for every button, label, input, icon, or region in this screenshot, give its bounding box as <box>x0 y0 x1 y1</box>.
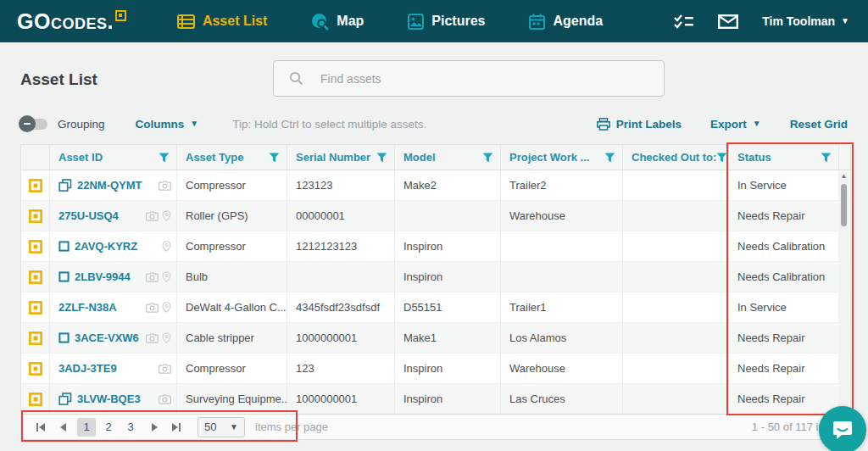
filter-icon[interactable] <box>482 153 493 163</box>
qr-code-icon[interactable] <box>29 240 42 253</box>
qr-code-icon[interactable] <box>29 362 42 376</box>
export-dropdown[interactable]: Export ▼ <box>710 118 761 131</box>
asset-id-link[interactable]: 2LBV-9944 <box>75 270 131 283</box>
printer-icon <box>597 118 610 131</box>
qr-code-icon[interactable] <box>29 393 42 406</box>
tab-label: Map <box>337 14 364 29</box>
model-cell <box>395 201 501 231</box>
square-icon <box>58 332 70 343</box>
top-navbar: GOcodes. Asset ListMapPicturesAgenda Tim… <box>0 0 868 42</box>
page-number-2[interactable]: 2 <box>99 418 118 437</box>
qr-code-icon[interactable] <box>29 209 42 223</box>
media-icons <box>159 181 171 191</box>
status-cell: Needs Repair <box>729 323 839 353</box>
table-row[interactable]: 3ADJ-3TE9Compressor123InspironWarehouseN… <box>21 354 850 384</box>
asset-id-link[interactable]: 275U-USQ4 <box>58 209 119 222</box>
vertical-scrollbar[interactable]: ▲ ▼ <box>838 171 849 415</box>
toolbar-right: Print Labels Export ▼ Reset Grid <box>597 118 848 131</box>
column-header-serial-number[interactable]: Serial Number <box>287 145 395 170</box>
tab-map[interactable]: Map <box>311 13 364 31</box>
table-row[interactable]: 2ZLF-N38ADeWalt 4-Gallon C...4345fsdf23s… <box>21 292 850 323</box>
columns-dropdown[interactable]: Columns ▼ <box>136 118 199 131</box>
tab-agenda[interactable]: Agenda <box>529 14 603 30</box>
filter-icon[interactable] <box>269 153 280 163</box>
logo-go-text: GO <box>17 9 51 34</box>
column-header-label: Checked Out to: <box>632 151 716 164</box>
status-cell: Needs Calibration <box>729 262 839 292</box>
square-icon <box>58 271 70 282</box>
page-number-1[interactable]: 1 <box>77 418 96 437</box>
asset-id-link[interactable]: 3ADJ-3TE9 <box>58 362 117 375</box>
search-input[interactable] <box>320 72 643 86</box>
tab-label: Agenda <box>553 14 603 29</box>
camera-icon <box>146 333 159 343</box>
filter-icon[interactable] <box>604 153 615 163</box>
first-page-button[interactable] <box>30 418 52 437</box>
mail-icon[interactable] <box>718 14 738 29</box>
page-number-3[interactable]: 3 <box>121 418 140 437</box>
tab-label: Asset List <box>203 14 267 29</box>
grouping-label: Grouping <box>58 118 105 131</box>
column-header-model[interactable]: Model <box>395 145 501 170</box>
media-icons <box>159 394 171 404</box>
filter-icon[interactable] <box>716 153 727 163</box>
asset-id-link[interactable]: 22NM-QYMT <box>77 179 142 192</box>
status-cell: Needs Repair <box>729 354 839 383</box>
filter-icon[interactable] <box>159 153 170 163</box>
asset-id-link[interactable]: 3LVW-BQE3 <box>77 393 141 405</box>
tab-asset-list[interactable]: Asset List <box>177 14 267 29</box>
page-size-select[interactable]: 50 ▼ <box>198 417 245 437</box>
header-scrollbar-cap <box>839 145 854 170</box>
model-cell: Make2 <box>395 170 501 200</box>
chat-widget-button[interactable] <box>819 406 866 451</box>
table-row[interactable]: 275U-USQ4Roller (GPS)00000001WarehouseNe… <box>21 201 850 231</box>
qr-code-icon[interactable] <box>29 301 42 315</box>
asset-id-link[interactable]: 2AVQ-KYRZ <box>75 240 137 253</box>
camera-icon <box>146 211 159 221</box>
scrollbar-thumb[interactable] <box>841 184 847 226</box>
items-per-page-label: items per page <box>255 420 328 433</box>
columns-label: Columns <box>136 118 185 131</box>
asset-type-cell: Roller (GPS) <box>177 201 287 231</box>
serial-number-cell: 123123 <box>287 170 395 200</box>
column-header-label: Asset Type <box>186 151 243 164</box>
grouping-toggle[interactable] <box>20 119 47 130</box>
checked-out-to-cell <box>623 201 729 231</box>
table-row[interactable]: 3ACE-VXW6Cable stripper1000000001Make1Lo… <box>21 323 850 354</box>
asset-id-link[interactable]: 3ACE-VXW6 <box>75 331 139 344</box>
user-menu[interactable]: Tim Toolman ▼ <box>762 14 849 28</box>
column-header-project-work[interactable]: Project Work ... <box>501 145 623 170</box>
tasks-icon[interactable] <box>674 14 694 29</box>
project-work-cell: Warehouse <box>501 201 623 231</box>
print-labels-button[interactable]: Print Labels <box>597 118 682 131</box>
media-icons <box>146 271 171 282</box>
pin-icon <box>162 241 171 252</box>
column-header-asset-type[interactable]: Asset Type <box>177 145 287 170</box>
next-page-button[interactable] <box>143 418 165 437</box>
qr-code-icon[interactable] <box>29 270 42 284</box>
last-page-button[interactable] <box>165 418 187 437</box>
table-row[interactable]: 2LBV-9944BulbInspironNeeds Calibration <box>21 262 850 292</box>
pin-icon <box>162 210 171 221</box>
filter-icon[interactable] <box>821 153 832 163</box>
column-header-asset-id[interactable]: Asset ID <box>50 145 177 170</box>
scroll-up-icon[interactable]: ▲ <box>841 171 848 181</box>
filter-icon[interactable] <box>376 153 387 163</box>
checked-out-to-cell <box>623 323 729 353</box>
tab-pictures[interactable]: Pictures <box>408 14 485 30</box>
previous-page-button[interactable] <box>52 418 74 437</box>
column-header-checked-out-to[interactable]: Checked Out to: <box>623 145 729 170</box>
table-row[interactable]: 2AVQ-KYRZCompressor1212123123InspironNee… <box>21 231 850 262</box>
column-header-status[interactable]: Status <box>729 145 839 170</box>
table-row[interactable]: 3LVW-BQE3Surveying Equipme...1000000001I… <box>21 384 850 415</box>
asset-search-box[interactable] <box>273 60 665 97</box>
model-cell: Inspiron <box>395 231 501 261</box>
table-row[interactable]: 22NM-QYMTCompressor123123Make2Trailer2In… <box>21 170 850 201</box>
chevron-down-icon: ▼ <box>753 120 761 128</box>
asset-id-link[interactable]: 2ZLF-N38A <box>58 301 117 314</box>
qr-code-icon[interactable] <box>29 331 42 345</box>
qr-code-icon[interactable] <box>29 179 42 192</box>
gocodes-logo[interactable]: GOcodes. <box>17 9 126 34</box>
nav-tabs: Asset ListMapPicturesAgenda <box>177 13 603 31</box>
reset-grid-button[interactable]: Reset Grid <box>790 118 848 131</box>
